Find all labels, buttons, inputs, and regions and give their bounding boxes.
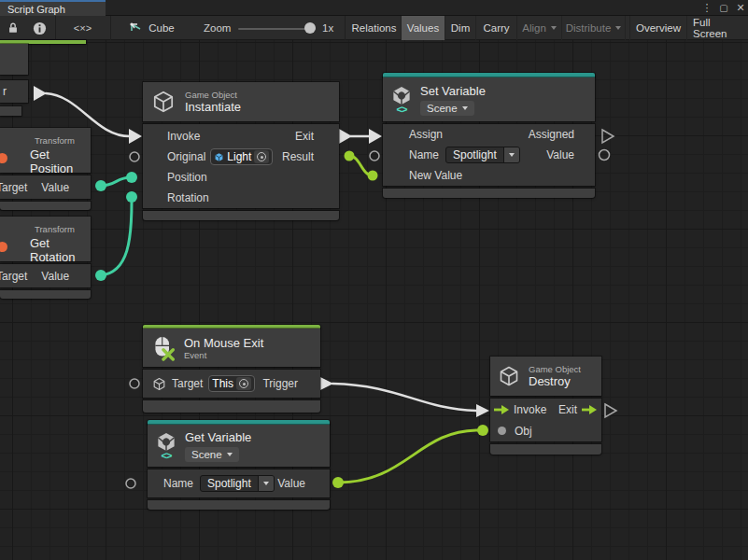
object-picker-icon	[257, 152, 266, 161]
mouse-exit-trigger-port[interactable]	[320, 377, 333, 390]
wire-getvariable-to-obj[interactable]	[338, 430, 478, 483]
value-port-label: Value	[277, 477, 305, 490]
instantiate-node[interactable]: Game Object Instantiate Invoke Exit Orig…	[143, 82, 339, 220]
wire-trigger-to-destroy[interactable]	[332, 384, 477, 411]
get-position-row: Target Value	[0, 175, 91, 199]
rotation-port-label: Rotation	[167, 191, 209, 204]
set-variable-name-port[interactable]	[370, 151, 379, 161]
wire-getrotation-to-rotation[interactable]	[101, 201, 132, 275]
set-variable-assigned-port[interactable]	[602, 130, 614, 143]
result-port-label: Result	[282, 150, 314, 163]
name-port-label: Name	[409, 148, 439, 161]
event-trigger-port[interactable]	[34, 86, 47, 101]
flow-in-arrow-icon[interactable]	[494, 404, 509, 415]
variable-kind-dropdown[interactable]: Scene	[185, 447, 239, 462]
variables-icon: <>	[156, 432, 176, 460]
invoke-port-label: Invoke	[514, 403, 546, 416]
exit-port-label: Exit	[295, 130, 314, 143]
variable-name-dropdown[interactable]: Spotlight	[445, 147, 520, 163]
on-mouse-exit-node[interactable]: On Mouse Exit Event Target This Trigger	[143, 325, 320, 413]
event-node-footer	[0, 106, 21, 116]
destroy-obj-wire-dot[interactable]	[477, 425, 488, 436]
get-position-footer	[0, 202, 91, 210]
assigned-port-label: Assigned	[529, 128, 574, 141]
dropdown-arrow-icon	[258, 476, 274, 491]
obj-port-icon[interactable]	[498, 427, 506, 435]
get-variable-name-port[interactable]	[126, 479, 135, 488]
object-picker-button[interactable]	[236, 377, 251, 390]
destroy-header: Game Object Destroy	[490, 357, 601, 396]
instantiate-footer	[143, 211, 339, 220]
dropdown-arrow-icon	[503, 147, 519, 162]
set-variable-value-port[interactable]	[600, 150, 610, 161]
set-variable-body: Assign Assigned Name Spotlight Value New…	[383, 124, 595, 186]
dropdown-arrow-icon	[462, 106, 468, 110]
target-port-label: Target	[0, 181, 27, 194]
target-port-label: Target	[172, 377, 203, 390]
event-node-header	[0, 44, 28, 75]
wires-layer	[0, 0, 748, 560]
target-object-name: This	[212, 377, 233, 390]
original-port-label: Original	[167, 150, 205, 163]
value-port-label: Value	[41, 181, 69, 194]
instantiate-original-port[interactable]	[130, 152, 139, 161]
instantiate-position-port[interactable]	[126, 172, 137, 183]
destroy-exit-port[interactable]	[605, 404, 616, 417]
variables-icon: <>	[391, 86, 412, 114]
set-variable-footer	[383, 189, 595, 198]
on-mouse-exit-footer	[143, 400, 320, 413]
transform-icon	[0, 153, 7, 163]
get-rotation-value-port[interactable]	[95, 270, 106, 281]
instantiate-result-port[interactable]	[345, 151, 355, 161]
exit-port-label: Exit	[558, 403, 577, 416]
game-object-cube-icon	[151, 90, 176, 114]
get-rotation-header: Transform Get Rotation	[0, 217, 91, 261]
on-mouse-exit-row: Target This Trigger	[143, 370, 320, 398]
get-rotation-footer	[0, 290, 91, 299]
event-node-row: r	[0, 80, 28, 103]
instantiate-rotation-port[interactable]	[126, 191, 137, 203]
flow-out-arrow-icon[interactable]	[582, 404, 597, 415]
get-variable-footer	[148, 500, 330, 510]
target-port-label: Target	[0, 270, 27, 283]
get-variable-node[interactable]: <> Get Variable Scene Name Spotlight Val…	[148, 420, 330, 510]
get-variable-value-port[interactable]	[332, 477, 344, 488]
target-cube-icon	[152, 377, 166, 391]
trigger-port-label: Trigger	[262, 377, 298, 390]
instantiate-body: Invoke Exit Original Light Result	[143, 124, 339, 208]
object-picker-button[interactable]	[254, 150, 269, 163]
set-variable-assign-port[interactable]	[369, 129, 382, 144]
destroy-invoke-wire-arrow[interactable]	[476, 404, 489, 417]
variable-kind-dropdown[interactable]: Scene	[420, 101, 474, 116]
newvalue-port-label: New Value	[409, 169, 462, 182]
set-variable-newvalue-port[interactable]	[368, 171, 378, 181]
get-variable-header: <> Get Variable Scene	[148, 425, 330, 467]
target-object-field[interactable]: This	[208, 375, 255, 392]
script-graph-window: Script Graph ⋮ ▢ ✕ <×>	[0, 0, 748, 560]
variable-name-dropdown[interactable]: Spotlight	[200, 475, 275, 492]
get-rotation-row: Target Value	[0, 264, 91, 287]
obj-port-label: Obj	[515, 425, 532, 438]
transform-icon	[0, 242, 7, 252]
mouse-exit-target-port[interactable]	[130, 379, 139, 388]
destroy-node[interactable]: Game Object Destroy Invoke Exit	[490, 357, 601, 455]
value-port-label: Value	[41, 270, 69, 283]
dropdown-arrow-icon	[227, 453, 233, 456]
mouse-exit-icon	[152, 335, 175, 361]
assign-port-label: Assign	[409, 128, 443, 141]
object-picker-icon	[239, 379, 248, 388]
get-variable-row: Name Spotlight Value	[148, 469, 330, 497]
original-object-field[interactable]: Light	[210, 148, 273, 165]
instantiate-exit-port[interactable]	[339, 129, 352, 144]
set-variable-header: <> Set Variable Scene	[383, 77, 595, 121]
instantiate-invoke-port[interactable]	[129, 129, 142, 144]
get-position-header: Transform Get Position	[0, 128, 91, 173]
instantiate-header: Game Object Instantiate	[143, 82, 339, 121]
get-position-value-port[interactable]	[95, 180, 106, 191]
set-variable-node[interactable]: <> Set Variable Scene Assign Assigned Na…	[383, 73, 595, 198]
original-object-name: Light	[227, 150, 251, 163]
name-port-label: Name	[163, 477, 193, 490]
on-mouse-exit-header: On Mouse Exit Event	[143, 329, 320, 367]
position-port-label: Position	[167, 171, 207, 184]
gameobject-blue-cube-icon	[214, 152, 224, 162]
